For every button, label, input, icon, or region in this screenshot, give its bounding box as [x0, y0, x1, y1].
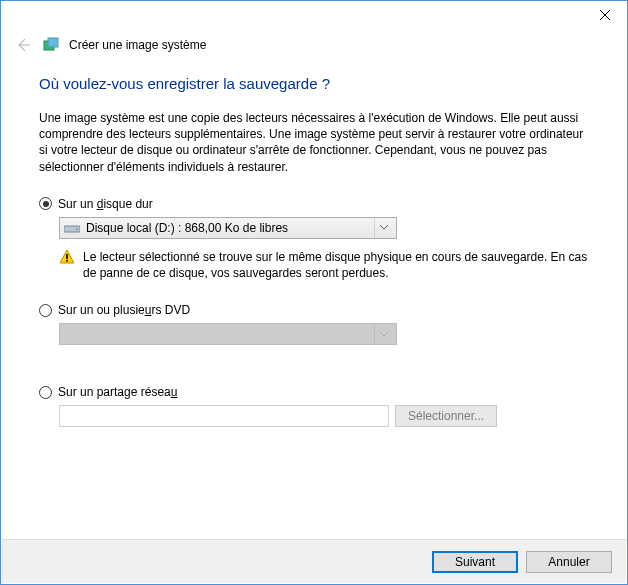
radio-hard-disk-label: Sur un disque dur	[58, 197, 153, 211]
page-description: Une image système est une copie des lect…	[39, 110, 589, 175]
footer: Suivant Annuler	[2, 539, 626, 583]
radio-network-label: Sur un partage réseau	[58, 385, 177, 399]
svg-rect-4	[48, 38, 58, 47]
svg-rect-8	[66, 260, 68, 262]
chevron-down-icon	[374, 218, 392, 238]
titlebar	[1, 1, 627, 29]
hard-drive-icon	[64, 223, 80, 233]
window-title: Créer une image système	[69, 38, 206, 52]
warning-text: Le lecteur sélectionné se trouve sur le …	[83, 249, 589, 281]
close-button[interactable]	[583, 1, 627, 29]
network-path-input	[59, 405, 389, 427]
content-area: Où voulez-vous enregistrer la sauvegarde…	[1, 63, 627, 427]
warning-row: Le lecteur sélectionné se trouve sur le …	[59, 249, 589, 281]
back-arrow-icon	[15, 37, 31, 53]
next-button[interactable]: Suivant	[432, 551, 518, 573]
header-row: Créer une image système	[1, 29, 627, 63]
app-icon	[43, 37, 59, 53]
radio-network[interactable]: Sur un partage réseau	[39, 385, 589, 399]
svg-rect-7	[66, 254, 68, 259]
next-button-label: Suivant	[455, 555, 495, 569]
network-input-row: Sélectionner...	[59, 405, 589, 427]
radio-icon	[39, 197, 52, 210]
option-dvd: Sur un ou plusieurs DVD	[39, 303, 589, 345]
dvd-select	[59, 323, 397, 345]
option-network: Sur un partage réseau Sélectionner...	[39, 385, 589, 427]
cancel-button-label: Annuler	[548, 555, 589, 569]
svg-point-6	[76, 228, 78, 230]
warning-icon	[59, 249, 75, 265]
network-select-button: Sélectionner...	[395, 405, 497, 427]
drive-select-value: Disque local (D:) : 868,00 Ko de libres	[86, 221, 368, 235]
radio-dvd[interactable]: Sur un ou plusieurs DVD	[39, 303, 589, 317]
chevron-down-icon	[374, 324, 392, 344]
radio-dvd-label: Sur un ou plusieurs DVD	[58, 303, 190, 317]
page-heading: Où voulez-vous enregistrer la sauvegarde…	[39, 75, 589, 92]
radio-icon	[39, 304, 52, 317]
radio-icon	[39, 386, 52, 399]
option-hard-disk: Sur un disque dur Disque local (D:) : 86…	[39, 197, 589, 281]
close-icon	[600, 10, 610, 20]
radio-hard-disk[interactable]: Sur un disque dur	[39, 197, 589, 211]
cancel-button[interactable]: Annuler	[526, 551, 612, 573]
back-button[interactable]	[13, 35, 33, 55]
drive-select[interactable]: Disque local (D:) : 868,00 Ko de libres	[59, 217, 397, 239]
